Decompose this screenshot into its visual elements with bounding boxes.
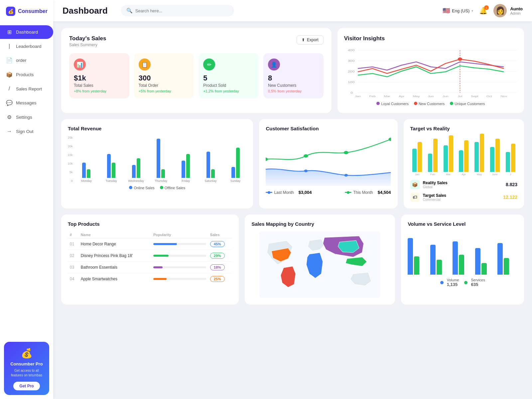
services-legend-item: Services 635	[464, 278, 485, 287]
svg-point-28	[344, 174, 348, 177]
row-1: Today's Sales Sales Summery ⬆ Export 📊 $…	[61, 28, 524, 113]
row-popularity	[151, 273, 208, 285]
product-sold-icon: ✏	[203, 59, 215, 70]
legend-loyal: Loyal Customers	[376, 102, 409, 106]
col-name: Name	[79, 231, 151, 238]
svg-text:Mar: Mar	[384, 95, 390, 98]
new-customers-label: New Customers	[268, 83, 319, 88]
sidebar-item-signout[interactable]: → Sign Out	[0, 125, 53, 138]
svg-text:Sept: Sept	[471, 95, 478, 98]
sidebar-item-label: Sales Report	[16, 86, 42, 91]
legend-new: New Customers	[414, 102, 445, 106]
services-value: 635	[471, 282, 485, 287]
pro-desc: Get access to all features on tetumbas	[9, 368, 45, 378]
stat-card-product-sold: ✏ 5 Product Sold +1,2% from yesterday	[199, 53, 259, 98]
sidebar-item-dashboard[interactable]: ⊞ Dashboard	[0, 25, 53, 39]
sidebar-item-leaderboard[interactable]: | Leaderboard	[0, 40, 53, 53]
content: Today's Sales Sales Summery ⬆ Export 📊 $…	[53, 21, 532, 399]
table-row: 02 Disney Princess Pink Bag 18'	[68, 250, 232, 262]
row-num: 02	[68, 250, 79, 262]
leaderboard-icon: |	[6, 43, 13, 49]
product-sold-label: Product Sold	[203, 83, 254, 88]
row-popularity	[151, 238, 208, 250]
col-popularity: Popularity	[151, 231, 208, 238]
chevron-down-icon: ▾	[471, 9, 473, 13]
bar-monday: Monday	[75, 135, 98, 183]
tvr-jan: Jan	[410, 142, 424, 176]
vol-group-5	[497, 243, 517, 275]
sidebar-item-label: Settings	[16, 115, 32, 120]
row-sales: 25%	[208, 273, 232, 285]
svg-text:Jun: Jun	[442, 95, 448, 98]
sidebar-pro: 💰 Consumber Pro Get access to all featur…	[4, 342, 49, 395]
sidebar-item-messages[interactable]: 💬 Messages	[0, 96, 53, 110]
lang-label: Eng (US)	[452, 8, 469, 13]
row-name: Disney Princess Pink Bag 18'	[79, 250, 151, 262]
bar-saturday: Saturday	[200, 135, 222, 183]
user-details: Aunto Admin	[510, 6, 523, 15]
last-month-value: $3,004	[299, 190, 312, 195]
export-button[interactable]: ⬆ Export	[297, 35, 324, 45]
row-name: Apple Smartwatches	[79, 273, 151, 285]
product-sold-change: +1,2% from yesterday	[203, 89, 254, 93]
bar-wednesday: Wednesday	[125, 135, 147, 183]
volume-chart	[408, 231, 517, 275]
tvr-title: Target vs Reality	[410, 126, 517, 131]
search-input[interactable]	[135, 8, 229, 13]
language-selector[interactable]: 🇺🇸 Eng (US) ▾	[443, 7, 473, 14]
vol-group-1	[408, 238, 428, 275]
svg-text:300: 300	[348, 59, 355, 63]
svg-point-25	[344, 151, 348, 154]
sidebar-item-label: order	[16, 58, 27, 63]
svg-text:0: 0	[350, 91, 353, 94]
main: Dashboard 🔍 🇺🇸 Eng (US) ▾ 🔔 1 👩 Aunto Ad…	[53, 0, 532, 399]
sidebar-item-order[interactable]: 📄 order	[0, 54, 53, 67]
top-products-table: # Name Popularity Sales 01 Home Decor Ra…	[68, 231, 232, 285]
svg-text:Feb: Feb	[369, 95, 375, 98]
tvr-reality-value: 8.823	[506, 182, 517, 187]
total-sales-change: +8% from yesterday	[74, 89, 125, 93]
products-icon: 📦	[6, 71, 13, 78]
sidebar-item-sales-report[interactable]: / Sales Report	[0, 82, 53, 95]
product-sold-value: 5	[203, 74, 254, 82]
tvr-apr: Apr	[457, 140, 471, 176]
stat-card-new-customers: 👤 8 New Customers 0,5% from yesterday	[263, 53, 324, 98]
revenue-chart: 25k20k15k10k5k0 Monday	[68, 136, 246, 183]
notification-button[interactable]: 🔔 1	[479, 7, 487, 15]
dashboard-icon: ⊞	[6, 29, 13, 35]
total-revenue-title: Total Revenue	[68, 126, 246, 131]
tvr-j: J	[503, 144, 517, 176]
row-sales: 18%	[208, 262, 232, 273]
get-pro-button[interactable]: Get Pro	[13, 382, 40, 390]
vol-group-2	[430, 245, 450, 275]
sidebar-item-label: Messages	[16, 100, 37, 105]
tvr-target-value: 12.122	[503, 195, 517, 200]
volume-value: 1,135	[447, 282, 459, 287]
row-2: Total Revenue 25k20k15k10k5k0 M	[61, 119, 524, 208]
header-right: 🇺🇸 Eng (US) ▾ 🔔 1 👩 Aunto Admin	[443, 4, 523, 17]
notification-badge: 1	[484, 5, 489, 10]
tvr-reality-text: Reality Sales Global	[423, 181, 502, 189]
svg-text:May: May	[413, 95, 420, 98]
visitor-insights-title: Visitor Insights	[344, 35, 517, 42]
sidebar-item-settings[interactable]: ⚙ Settings	[0, 110, 53, 124]
sidebar-item-products[interactable]: 📦 Products	[0, 68, 53, 81]
svg-text:100: 100	[348, 80, 355, 84]
search-bar[interactable]: 🔍	[121, 5, 234, 16]
row-num: 01	[68, 238, 79, 250]
top-products-card: Top Products # Name Popularity Sales 01	[61, 214, 239, 305]
row-name: Home Decor Range	[79, 238, 151, 250]
tvr-legend: 📦 Reality Sales Global 8.823 🏷 Target Sa…	[410, 180, 517, 202]
legend-online: Online Sales	[129, 186, 154, 190]
tvr-target-item: 🏷 Target Sales Commercial 12.122	[410, 193, 517, 202]
tvr-chart: Jan Feb	[410, 136, 517, 176]
sales-card-title: Today's Sales	[69, 35, 106, 42]
customer-satisfaction-title: Customer Satisfaction	[266, 126, 391, 131]
satisfaction-footer: Last Month $3,004 This Month $4,504	[266, 190, 391, 195]
revenue-legend: Online Sales Offline Sales	[68, 186, 246, 190]
total-sales-icon: 📊	[74, 59, 86, 70]
svg-text:Nov: Nov	[500, 95, 507, 98]
visitor-legend: Loyal Customers New Customers Unique Cus…	[344, 102, 517, 106]
tvr-reality-item: 📦 Reality Sales Global 8.823	[410, 180, 517, 189]
stat-card-total-order: 📋 300 Total Order +5% from yesterday	[134, 53, 194, 98]
